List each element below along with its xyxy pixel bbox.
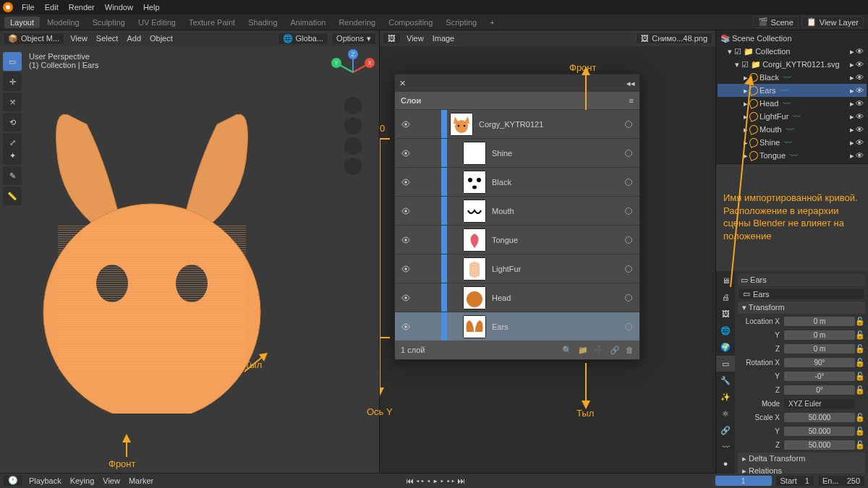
scale-y[interactable]: 50.000 [784,427,855,436]
layer-target-icon[interactable] [618,179,639,186]
restrict-visible-icon[interactable]: 👁 [856,151,864,160]
layer-target-icon[interactable] [618,236,639,244]
props-tab-world[interactable]: 🌍 [716,339,735,355]
mode-selector[interactable]: 📦 Object M... [3,33,64,45]
restrict-select-icon[interactable]: ▸ [850,99,854,108]
restrict-select-icon[interactable]: ▸ [850,73,854,82]
menu-edit[interactable]: Edit [41,1,63,13]
layer-target-icon[interactable] [618,150,639,157]
restrict-select-icon[interactable]: ▸ [850,151,854,160]
outliner-item[interactable]: ▸ Black 〰▸👁 [718,71,867,84]
search-icon[interactable]: 🔍 [562,346,572,355]
new-layer-icon[interactable]: ➕ [594,346,604,355]
props-tab-object[interactable]: ▭ [716,356,735,372]
tab-uvediting[interactable]: UV Editing [132,17,182,28]
visibility-icon[interactable] [395,264,417,274]
current-frame[interactable]: 1 [715,475,773,487]
img-menu-image[interactable]: Image [430,34,458,43]
menu-render[interactable]: Render [64,1,99,13]
viewport-3d[interactable]: 📦 Object M... View Select Add Object 🌐 G… [0,30,380,473]
tab-add[interactable]: + [484,17,500,28]
layer-row[interactable]: Corgy_KYTR0121 [395,109,639,138]
collapse-icon[interactable]: ◂◂ [626,79,635,88]
layer-row[interactable]: Ears [395,312,639,341]
layer-target-icon[interactable] [618,121,639,128]
visibility-icon[interactable] [395,293,417,303]
restrict-select-icon[interactable]: ▸ [850,47,854,56]
layer-target-icon[interactable] [618,294,639,301]
tab-sculpting[interactable]: Sculpting [87,17,131,28]
nav-gizmo[interactable]: X Z Y [331,51,375,94]
nav-zoom[interactable] [344,97,362,114]
layer-target-icon[interactable] [618,265,639,273]
props-tab-data[interactable]: 〰 [716,439,735,455]
nav-pan[interactable] [344,117,362,134]
tl-menu-keying[interactable]: Keying [67,476,98,485]
tab-shading[interactable]: Shading [242,17,283,28]
props-tab-scene[interactable]: 🌐 [716,322,735,338]
restrict-visible-icon[interactable]: 👁 [856,86,864,95]
restrict-select-icon[interactable]: ▸ [850,138,854,147]
layer-row[interactable]: Shine [395,138,639,167]
layers-menu-icon[interactable]: ≡ [629,96,634,105]
nav-perspective[interactable] [344,158,362,175]
outliner-item[interactable]: ▸ Tongue 〰▸👁 [718,149,867,162]
timeline-type[interactable]: 🕐 [3,474,23,487]
link-icon[interactable]: 🔗 [610,346,620,355]
tab-layout[interactable]: Layout [4,17,40,28]
restrict-visible-icon[interactable]: 👁 [856,99,864,108]
rot-z[interactable]: 0° [784,385,855,395]
tab-animation[interactable]: Animation [285,17,332,28]
menu-help[interactable]: Help [139,1,164,13]
trash-icon[interactable]: 🗑 [626,346,634,354]
menu-file[interactable]: File [17,1,39,13]
rot-y[interactable]: -0° [784,372,855,381]
object-name-field[interactable]: ▭ Ears [738,288,865,300]
scene-selector[interactable]: 🎬 Scene [753,16,799,28]
props-tab-particles[interactable]: ✨ [716,389,735,405]
tab-texpaint[interactable]: Texture Paint [183,17,241,28]
visibility-icon[interactable] [395,322,417,332]
restrict-visible-icon[interactable]: 👁 [856,112,864,121]
lock-icon[interactable]: 🔓 [855,317,865,326]
vp-menu-select[interactable]: Select [93,34,122,43]
loc-z[interactable]: 0 m [784,344,855,354]
tool-cursor[interactable]: ✛ [3,72,22,91]
outliner-item[interactable]: ▸ Mouth 〰▸👁 [718,123,867,136]
viewlayer-selector[interactable]: 📋 View Layer [801,16,864,28]
props-tab-viewlayer[interactable]: 🖼 [716,306,735,322]
viewport-mesh-object[interactable] [29,95,275,414]
tool-select-box[interactable]: ▭ [3,52,22,71]
img-menu-view[interactable]: View [404,34,427,43]
scale-x[interactable]: 50.000 [784,413,855,422]
tab-scripting[interactable]: Scripting [440,17,482,28]
layer-target-icon[interactable] [618,207,639,215]
rotation-mode[interactable]: XYZ Euler [784,399,855,408]
props-tab-render[interactable]: 🖥 [716,273,735,288]
viewport-options[interactable]: Options ▾ [331,33,376,45]
close-icon[interactable]: ✕ [399,79,406,88]
outliner-item[interactable]: ▸ Shine 〰▸👁 [718,136,867,149]
layer-target-icon[interactable] [618,323,639,330]
menu-window[interactable]: Window [101,1,137,13]
transform-section[interactable]: ▾ Transform [738,301,865,314]
restrict-visible-icon[interactable]: 👁 [856,125,864,134]
vp-menu-view[interactable]: View [67,34,90,43]
tab-rendering[interactable]: Rendering [333,17,381,28]
visibility-icon[interactable] [395,119,417,129]
image-editor-type[interactable]: 🖼 [383,33,401,44]
loc-x[interactable]: 0 m [784,317,855,326]
layer-row[interactable]: Head [395,283,639,312]
vp-menu-object[interactable]: Object [147,34,176,43]
tl-menu-playback[interactable]: Playback [26,476,64,485]
outliner-item[interactable]: ▸ LightFur 〰▸👁 [718,110,867,123]
delta-transform-section[interactable]: ▸ Delta Transform [738,453,865,465]
transport-controls[interactable]: ⏮ ◂◂ ◂ ▶ ▸ ▸▸ ⏭ [159,476,711,485]
tab-compositing[interactable]: Compositing [383,17,438,28]
end-frame[interactable]: En... 250 [817,475,865,487]
layer-row[interactable]: Tongue [395,225,639,254]
restrict-visible-icon[interactable]: 👁 [856,73,864,82]
image-name-field[interactable]: 🖼 Снимо...48.png [636,33,712,44]
vp-menu-add[interactable]: Add [124,34,144,43]
nav-camera[interactable] [344,137,362,155]
